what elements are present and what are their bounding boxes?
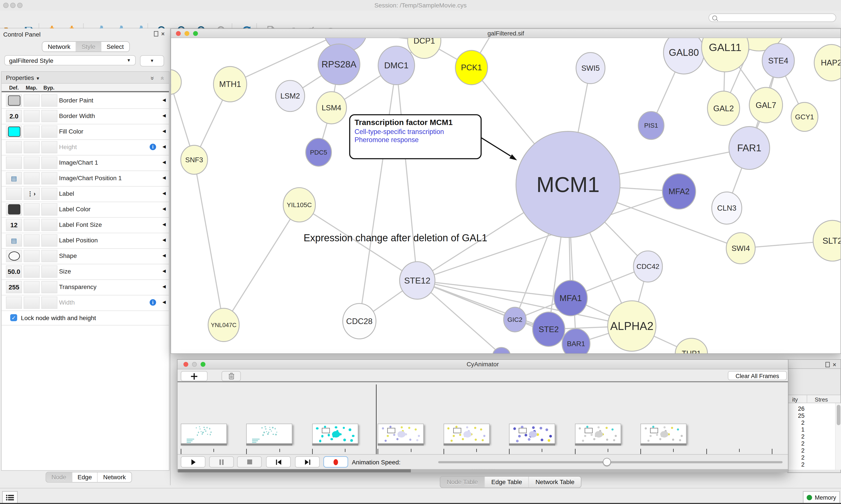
network-node-PDC5[interactable]: PDC5: [306, 138, 332, 166]
expand-row-icon[interactable]: ◀: [162, 191, 166, 196]
frame-thumbnail-4[interactable]: [378, 424, 424, 444]
property-cell[interactable]: [24, 281, 40, 293]
close-panel-icon[interactable]: ×: [833, 362, 836, 367]
property-cell[interactable]: [6, 187, 22, 200]
tab-style[interactable]: Style: [76, 42, 101, 51]
expand-row-icon[interactable]: ◀: [162, 222, 166, 227]
expand-all-icon[interactable]: »: [149, 76, 156, 80]
property-cell[interactable]: [6, 141, 22, 153]
table-cell-value[interactable]: 2: [788, 440, 805, 447]
stop-button[interactable]: [237, 456, 262, 467]
style-options-dropdown[interactable]: ▼: [140, 55, 164, 66]
property-cell[interactable]: [41, 219, 57, 231]
property-cell[interactable]: [41, 110, 57, 122]
property-cell[interactable]: [41, 234, 57, 247]
network-node-SWI4[interactable]: SWI4: [726, 233, 755, 264]
network-node-GIC2[interactable]: GIC2: [504, 307, 526, 332]
network-node-RPS28A[interactable]: RPS28A: [318, 44, 360, 85]
property-cell[interactable]: [41, 94, 57, 107]
property-cell[interactable]: [6, 296, 22, 309]
table-cell-value[interactable]: 2: [788, 461, 805, 467]
network-node-STE4[interactable]: STE4: [762, 43, 794, 78]
property-cell[interactable]: [41, 296, 57, 309]
table-cell-value[interactable]: 25: [788, 412, 805, 419]
property-cell[interactable]: ▤: [6, 172, 22, 184]
network-node-CDC42[interactable]: CDC42: [633, 251, 662, 282]
property-cell[interactable]: [24, 141, 40, 153]
frame-thumbnail-6[interactable]: [509, 424, 555, 444]
network-node-MCM1[interactable]: MCM1: [516, 131, 620, 237]
property-cell[interactable]: [6, 125, 22, 138]
property-cell[interactable]: [6, 157, 22, 169]
network-node-STE2[interactable]: STE2: [533, 312, 565, 346]
property-cell[interactable]: [41, 172, 57, 184]
network-node-BAR1[interactable]: BAR1: [562, 329, 590, 353]
record-button[interactable]: [323, 456, 348, 467]
frame-thumbnail-7[interactable]: [575, 424, 621, 444]
property-cell[interactable]: 12: [6, 219, 22, 231]
float-panel-icon[interactable]: [154, 31, 158, 36]
property-cell[interactable]: [24, 203, 40, 215]
style-target-node[interactable]: Node: [46, 472, 72, 482]
property-cell[interactable]: [41, 187, 57, 200]
column-header-centrality[interactable]: ity: [792, 396, 798, 403]
network-node-MFA1[interactable]: MFA1: [554, 281, 587, 316]
scrollbar-thumb[interactable]: [836, 405, 840, 425]
cyanimator-titlebar[interactable]: CyAnimator: [178, 360, 788, 370]
frame-thumbnail-5[interactable]: [444, 424, 490, 444]
playhead[interactable]: [376, 384, 377, 454]
property-cell[interactable]: [24, 157, 40, 169]
pause-button[interactable]: [209, 456, 234, 467]
expand-row-icon[interactable]: ◀: [162, 98, 166, 103]
network-node-DMC1[interactable]: DMC1: [378, 46, 415, 85]
property-cell[interactable]: [24, 265, 40, 277]
delete-frame-button[interactable]: [221, 371, 241, 381]
property-cell[interactable]: ⋮›: [24, 187, 40, 200]
property-cell[interactable]: [24, 250, 40, 262]
float-panel-icon[interactable]: [825, 362, 829, 367]
property-cell[interactable]: [24, 234, 40, 247]
property-cell[interactable]: [24, 94, 40, 107]
expand-row-icon[interactable]: ◀: [162, 175, 166, 180]
tab-network-table[interactable]: Network Table: [529, 476, 581, 487]
property-cell[interactable]: 2.0: [6, 110, 22, 122]
expand-row-icon[interactable]: ◀: [162, 160, 166, 165]
expand-row-icon[interactable]: ◀: [162, 113, 166, 118]
network-node-YIL105C[interactable]: YIL105C: [283, 187, 315, 222]
property-cell[interactable]: [6, 94, 22, 107]
network-node-GAL7[interactable]: GAL7: [749, 87, 783, 123]
status-menu-button[interactable]: [2, 491, 18, 503]
network-node-YNL047C[interactable]: YNL047C: [208, 308, 239, 342]
expand-row-icon[interactable]: ◀: [162, 300, 166, 305]
network-node-LSM4[interactable]: LSM4: [317, 92, 346, 124]
property-cell[interactable]: [24, 172, 40, 184]
property-cell[interactable]: [6, 203, 22, 215]
skip-to-start-button[interactable]: [266, 456, 291, 467]
slider-handle[interactable]: [603, 458, 611, 466]
scrollbar-thumb[interactable]: [178, 469, 411, 472]
table-cell-value[interactable]: 26: [788, 405, 805, 412]
style-target-network[interactable]: Network: [98, 472, 131, 482]
network-node-SWI5[interactable]: SWI5: [576, 53, 605, 84]
network-node-FAR1[interactable]: FAR1: [729, 127, 770, 169]
column-header-stress[interactable]: Stres: [815, 396, 828, 403]
frame-thumbnail-1[interactable]: [181, 424, 227, 444]
network-edge[interactable]: [194, 160, 224, 325]
network-node-SLT2[interactable]: SLT2: [813, 220, 841, 261]
annotation-box[interactable]: Transcription factor MCM1 Cell-type-spec…: [349, 114, 482, 159]
table-cell-value[interactable]: 2: [788, 419, 805, 426]
property-cell[interactable]: [41, 250, 57, 262]
expand-row-icon[interactable]: ◀: [162, 284, 166, 289]
tab-network[interactable]: Network: [42, 42, 76, 51]
property-cell[interactable]: [41, 281, 57, 293]
network-node-GAL2[interactable]: GAL2: [708, 91, 739, 125]
annotation-link[interactable]: Cell-type-specific transcription: [355, 128, 476, 136]
network-node-CLN3[interactable]: CLN3: [712, 192, 742, 224]
property-cell[interactable]: [24, 125, 40, 138]
memory-button[interactable]: Memory: [803, 491, 840, 503]
property-cell[interactable]: [6, 250, 22, 262]
skip-to-end-button[interactable]: [295, 456, 320, 467]
tab-select[interactable]: Select: [101, 42, 129, 51]
property-cell[interactable]: [24, 296, 40, 309]
property-cell[interactable]: [41, 125, 57, 138]
